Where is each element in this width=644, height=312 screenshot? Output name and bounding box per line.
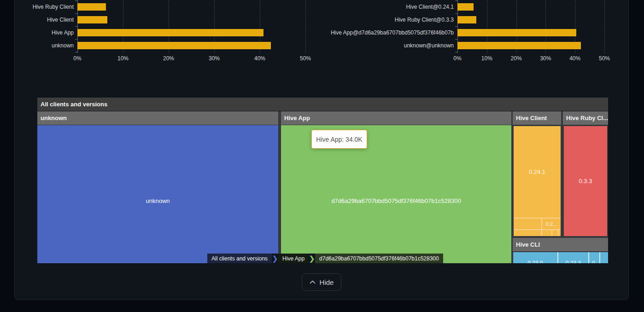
cell-hive-client-sub-3[interactable]: [542, 230, 551, 236]
cell-hive-client-sub-2[interactable]: [514, 230, 541, 236]
cell-hive-ruby-client-0-3-3[interactable]: 0.3.3: [564, 126, 607, 236]
cell-hive-cli-0-23-0[interactable]: 0.23.0: [513, 252, 557, 263]
treemap-all-clients-and-versions: All clients and versionsunknownunknownHi…: [37, 98, 608, 263]
section-header-hive-client[interactable]: Hive Client: [513, 111, 561, 125]
cell-hive-cli-0-23-3[interactable]: 0.23.3: [558, 252, 588, 263]
section-header-hive-cli[interactable]: Hive CLI: [513, 238, 608, 251]
section-header-unknown[interactable]: unknown: [37, 111, 278, 125]
cell-hive-client-0-2[interactable]: 0.2...: [542, 219, 561, 229]
chevron-up-icon: [310, 280, 316, 284]
treemap-breadcrumb: All clients and versions ❯ Hive App ❯ d7…: [207, 254, 443, 263]
hide-button-label: Hide: [320, 278, 334, 286]
cell-hive-client-sub-5[interactable]: [559, 230, 561, 236]
cell-hive-cli-0[interactable]: 0.: [589, 252, 599, 263]
cell-hive-client-0-24-1[interactable]: 0.24.1: [514, 126, 561, 218]
breadcrumb-item-version-hash[interactable]: d7d6a29ba6707bbd5075df376f46b07b1c528300: [315, 254, 443, 263]
treemap-root-header[interactable]: All clients and versions: [37, 98, 608, 111]
chevron-right-icon: ❯: [309, 254, 315, 263]
cell-hive-client-sub-1[interactable]: [514, 219, 541, 229]
cell-unknown[interactable]: unknown: [37, 125, 278, 263]
breadcrumb-item-hive-app[interactable]: Hive App: [278, 254, 309, 263]
chevron-right-icon: ❯: [272, 254, 278, 263]
breadcrumb-item-root[interactable]: All clients and versions: [207, 254, 272, 263]
cell-hive-client-sub-4[interactable]: [552, 230, 558, 236]
hide-button[interactable]: Hide: [302, 273, 341, 291]
cell-hive-cli-sub[interactable]: [600, 252, 608, 263]
treemap-tooltip: Hive App: 34.0K: [311, 130, 367, 149]
section-header-hive-app[interactable]: Hive App: [281, 111, 511, 125]
dashboard-page: 0%10%20%30%40%50%Hive Ruby ClientHive Cl…: [0, 0, 644, 312]
section-header-hive-ruby-client[interactable]: Hive Ruby Cl...: [563, 111, 608, 125]
